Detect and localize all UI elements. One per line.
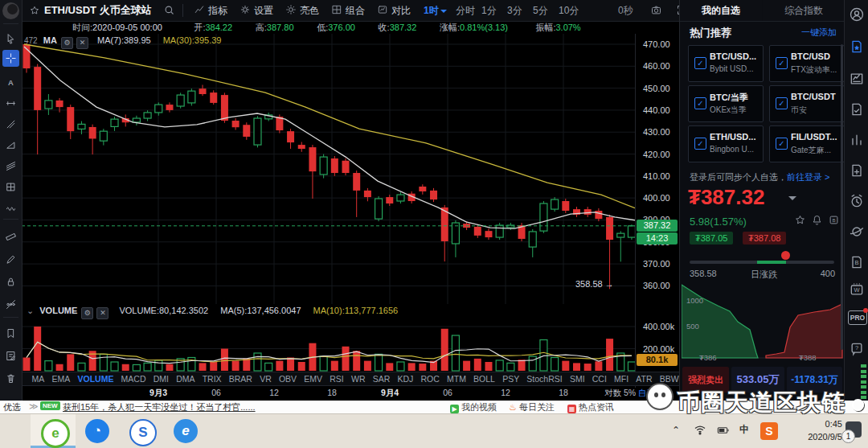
interval-option[interactable]: 分时 <box>456 0 475 21</box>
news-link[interactable]: ♨ 每日关注 <box>509 401 555 413</box>
login-link[interactable]: 前往登录 > <box>787 172 829 182</box>
volume-settings-icon[interactable]: ⚙ <box>81 307 93 319</box>
camera-icon[interactable] <box>650 4 662 19</box>
indicator-tab-dmi[interactable]: DMI <box>149 374 172 384</box>
indicator-tab-wr[interactable]: WR <box>347 374 369 384</box>
recommend-card[interactable]: ✓BTC/USD...Bybit USD... <box>688 45 764 82</box>
doc-plus-icon[interactable] <box>849 162 865 179</box>
doc-check-icon[interactable] <box>849 101 865 117</box>
menu-item[interactable]: 对比 <box>391 0 411 21</box>
add-all-link[interactable]: 一键添加 <box>801 27 837 39</box>
trash-tool-icon[interactable] <box>0 368 22 388</box>
bars3-icon[interactable] <box>849 132 865 148</box>
recommend-card[interactable]: ✓ETH/USD...Bingbon U... <box>688 125 764 162</box>
help-icon[interactable]: ? <box>849 341 865 357</box>
indicator-tab-vr[interactable]: VR <box>256 374 276 384</box>
interval-current[interactable]: 1时 <box>424 0 447 21</box>
candlestick-chart[interactable] <box>22 34 635 304</box>
indicator-tab-emv[interactable]: EMV <box>301 374 326 384</box>
indicator-tab-psy[interactable]: PSY <box>499 374 523 384</box>
tab-composite-index[interactable]: 综合指数 <box>763 0 845 21</box>
recommend-card[interactable]: ✓FIL/USDT...Gate芝麻... <box>769 125 845 162</box>
menu-item[interactable]: 设置 <box>254 0 273 21</box>
taskbar-clock[interactable]: 0:452020/9/5 <box>808 417 842 443</box>
checkbox-checked-icon[interactable]: ✓ <box>776 57 788 69</box>
interval-option[interactable]: 1分 <box>481 0 497 21</box>
app-logo[interactable] <box>2 2 19 19</box>
text-tool-icon[interactable]: A <box>0 72 22 92</box>
wbox-icon[interactable]: W <box>849 282 865 298</box>
wave-tool-icon[interactable] <box>0 198 22 217</box>
news-headline-link[interactable]: 获刑15年，杀人犯一天牢没坐过！还当了村官...... <box>63 401 256 413</box>
ruler-tool-icon[interactable] <box>0 227 22 246</box>
indicator-tab-stochrsi[interactable]: StochRSI <box>523 374 567 384</box>
tab-my-watchlist[interactable]: 我的自选 <box>680 0 762 21</box>
indicator-tab-smi[interactable]: SMI <box>566 374 588 384</box>
wifi-icon[interactable] <box>693 422 707 439</box>
indicator-tab-brar[interactable]: BRAR <box>225 374 256 384</box>
hide-tool-icon[interactable] <box>0 294 22 314</box>
sogou-tray-icon[interactable]: S <box>760 422 778 440</box>
indicator-tab-macd[interactable]: MACD <box>117 374 149 384</box>
favorite-star-icon[interactable] <box>29 5 40 19</box>
search-icon[interactable] <box>163 4 175 19</box>
bell-icon[interactable] <box>811 214 823 229</box>
menu-item[interactable]: 组合 <box>346 0 365 21</box>
indicator-tab-roc[interactable]: ROC <box>417 374 444 384</box>
indicator-tab-atr[interactable]: ATR <box>633 374 656 384</box>
browser-qq-icon[interactable]: ◔ <box>85 419 109 443</box>
indicator-tab-sar[interactable]: SAR <box>369 374 394 384</box>
browser-360-icon[interactable]: e <box>41 419 70 448</box>
checkbox-checked-icon[interactable]: ✓ <box>776 97 788 109</box>
parallel-tool-icon[interactable] <box>0 156 22 175</box>
price-dropdown-caret[interactable] <box>788 196 796 200</box>
hline-tool-icon[interactable] <box>0 93 22 113</box>
volume-close-icon[interactable]: ✕ <box>96 307 108 319</box>
ma-close-icon[interactable]: ✕ <box>76 37 88 49</box>
checkbox-checked-icon[interactable]: ✓ <box>776 138 788 150</box>
indicator-tab-rsi[interactable]: RSI <box>326 374 348 384</box>
pointer-icon[interactable] <box>0 29 22 48</box>
grid-tool-icon[interactable] <box>0 177 22 196</box>
recommend-card[interactable]: ✓BTC/当季OKEx当季 <box>688 85 764 122</box>
ma-settings-icon[interactable]: ⚙ <box>61 37 73 49</box>
interval-option[interactable]: 3分 <box>507 0 522 21</box>
menu-item[interactable]: 指标 <box>208 0 227 21</box>
ime-indicator[interactable]: 中 <box>739 423 749 437</box>
indicator-tab-cci[interactable]: CCI <box>588 374 610 384</box>
person-icon[interactable] <box>849 6 865 23</box>
log-scale-toggle[interactable]: 对数 5% <box>604 388 636 399</box>
last-price[interactable]: ₮387.32 <box>688 185 764 210</box>
news-link[interactable]: ▶ 我的视频 <box>450 401 497 413</box>
symbol-title[interactable]: ETH/USDT 火币全球站 <box>44 0 152 21</box>
tray-chevron-icon[interactable]: ⌃ <box>672 425 680 436</box>
star-icon[interactable] <box>794 214 806 229</box>
indicator-tab-trix[interactable]: TRIX <box>199 374 225 384</box>
pencil-tool-icon[interactable] <box>0 249 22 269</box>
b-mode-icon[interactable]: B <box>828 214 840 229</box>
collapse-chevron-icon[interactable]: ⌄ <box>27 306 34 315</box>
edit-tool-icon[interactable] <box>0 346 22 365</box>
shape-tool-icon[interactable] <box>0 135 22 154</box>
volume-chart[interactable] <box>22 315 635 372</box>
interval-option[interactable]: 10分 <box>559 0 579 21</box>
doc-b-icon[interactable]: B <box>849 254 865 270</box>
indicator-tab-ema[interactable]: EMA <box>48 374 74 384</box>
recommend-card[interactable]: ✓BTC/USDFTX波动率... <box>769 45 845 82</box>
checkbox-checked-icon[interactable]: ✓ <box>694 138 706 150</box>
browser-ie-icon[interactable]: e <box>174 419 198 443</box>
recommend-card[interactable]: ✓BTC/USDT币安 <box>769 85 845 122</box>
flag-tool-icon[interactable] <box>0 323 22 343</box>
chart-pane-icon[interactable] <box>849 71 865 87</box>
indicator-tab-mfi[interactable]: MFI <box>610 374 632 384</box>
indicator-tab-mtm[interactable]: MTM <box>443 374 469 384</box>
planet-icon[interactable] <box>849 224 865 240</box>
indicator-tab-kdj[interactable]: KDJ <box>394 374 417 384</box>
checkbox-checked-icon[interactable]: ✓ <box>694 97 706 109</box>
depth-chart[interactable] <box>682 279 843 362</box>
interval-option[interactable]: 5分 <box>533 0 548 21</box>
menu-item[interactable]: 亮色 <box>300 0 319 21</box>
alarm-icon[interactable] <box>849 193 865 209</box>
panel-scrollbar[interactable] <box>841 44 843 350</box>
battery-icon[interactable] <box>715 424 731 439</box>
